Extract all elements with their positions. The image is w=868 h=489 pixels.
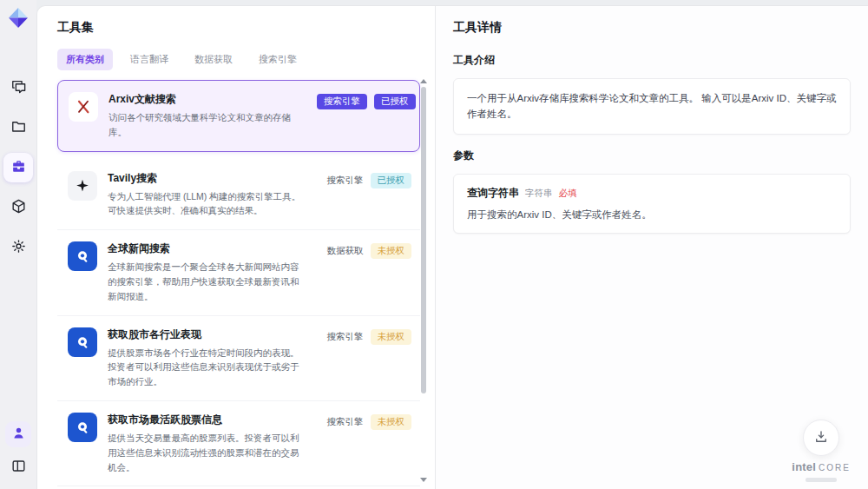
panel-toggle-icon (10, 458, 27, 478)
intro-heading: 工具介绍 (453, 53, 851, 68)
sidebar-item-panel-toggle[interactable] (5, 454, 31, 480)
sidebar-item-chat[interactable] (3, 73, 33, 102)
sidebar (0, 0, 36, 489)
tool-detail-panel: 工具详情 工具介绍 一个用于从Arxiv存储库搜索科学论文和文章的工具。 输入可… (435, 6, 868, 489)
app-window: 工具集 所有类别语言翻译数据获取搜索引擎 Arxiv文献搜索访问各个研究领域大量… (0, 0, 868, 489)
cube-icon (10, 198, 27, 218)
intel-wordmark: intel (792, 460, 816, 473)
category-tab-0[interactable]: 所有类别 (57, 49, 113, 70)
sidebar-item-toolbox[interactable] (3, 153, 33, 182)
tool-description: 提供当天交易量最高的股票列表。投资者可以利用这些信息来识别流动性强的股票和潜在的… (108, 431, 306, 474)
sidebar-item-folder[interactable] (3, 113, 33, 142)
status-badge: 未授权 (371, 414, 412, 430)
tool-description: 访问各个研究领域大量科学论文和文章的存储库。 (108, 110, 306, 140)
sparkle-icon (68, 171, 97, 201)
tool-description: 专为人工智能代理 (LLM) 构建的搜索引擎工具。可快速提供实时、准确和真实的结… (108, 189, 306, 219)
tool-description: 提供股票市场各个行业在特定时间段内的表现。投资者可以利用这些信息来识别表现优于或… (108, 346, 306, 389)
tool-name: 全球新闻搜索 (108, 241, 306, 256)
category-label: 数据获取 (327, 243, 364, 259)
tool-name: 获取市场最活跃股票信息 (108, 413, 306, 427)
corner-widgets: intel CORE (792, 420, 851, 482)
tool-list-item-1[interactable]: Tavily搜索专为人工智能代理 (LLM) 构建的搜索引擎工具。可快速提供实时… (57, 160, 420, 231)
intro-text: 一个用于从Arxiv存储库搜索科学论文和文章的工具。 输入可以是Arxiv ID… (467, 90, 837, 122)
param-header: 查询字符串 字符串 必填 (467, 186, 837, 201)
tool-description: 全球新闻搜索是一个聚合全球各大新闻网站内容的搜索引擎，帮助用户快速获取全球最新资… (108, 260, 306, 303)
category-tab-1[interactable]: 语言翻译 (122, 49, 177, 70)
tool-list-item-0[interactable]: Arxiv文献搜索访问各个研究领域大量科学论文和文章的存储库。搜索引擎已授权 (57, 80, 420, 152)
tool-list-item-4[interactable]: 获取市场最活跃股票信息提供当天交易量最高的股票列表。投资者可以利用这些信息来识别… (57, 401, 420, 486)
quant-blue-icon (68, 327, 97, 357)
sidebar-bottom (5, 421, 31, 480)
status-badge: 已授权 (371, 173, 412, 188)
toolbox-icon (10, 158, 27, 178)
tool-name: Arxiv文献搜索 (108, 92, 306, 107)
category-label: 搜索引擎 (327, 329, 364, 345)
param-description: 用于搜索的Arxiv ID、关键字或作者姓名。 (467, 208, 837, 221)
category-badge: 搜索引擎 (317, 94, 367, 109)
category-tabs: 所有类别语言翻译数据获取搜索引擎 (57, 49, 435, 70)
folder-icon (10, 118, 27, 138)
sidebar-item-settings-gear[interactable] (3, 233, 33, 262)
gem-logo-icon (7, 7, 30, 33)
quant-blue-icon (68, 413, 97, 442)
param-name: 查询字符串 (467, 186, 519, 201)
detail-title: 工具详情 (453, 20, 851, 36)
tool-name: Tavily搜索 (108, 171, 306, 186)
status-badge: 未授权 (371, 329, 412, 345)
status-badge: 已授权 (374, 94, 416, 109)
arxiv-logo-icon (69, 92, 98, 122)
sidebar-item-cube[interactable] (3, 193, 33, 222)
core-wordmark: CORE (819, 463, 851, 472)
download-button[interactable] (803, 420, 839, 456)
sidebar-item-user[interactable] (5, 421, 31, 447)
settings-gear-icon (10, 238, 27, 258)
scroll-down-icon[interactable] (420, 478, 427, 482)
category-label: 搜索引擎 (327, 173, 364, 188)
download-icon (813, 429, 829, 447)
chat-icon (10, 78, 27, 98)
category-tab-3[interactable]: 搜索引擎 (250, 49, 306, 70)
sidebar-nav (3, 73, 33, 262)
intel-core-logo: intel CORE (792, 460, 851, 473)
list-scrollbar[interactable] (420, 79, 427, 482)
main-content: 工具集 所有类别语言翻译数据获取搜索引擎 Arxiv文献搜索访问各个研究领域大量… (36, 5, 868, 489)
param-box: 查询字符串 字符串 必填 用于搜索的Arxiv ID、关键字或作者姓名。 (453, 174, 851, 234)
intro-box: 一个用于从Arxiv存储库搜索科学论文和文章的工具。 输入可以是Arxiv ID… (453, 78, 851, 135)
page-title: 工具集 (57, 20, 435, 36)
tool-name: 获取股市各行业表现 (108, 327, 306, 342)
quant-blue-icon (68, 241, 97, 271)
user-icon (10, 425, 27, 445)
brand-subtext-bar (806, 478, 837, 482)
tool-list-item-3[interactable]: 获取股市各行业表现提供股票市场各个行业在特定时间段内的表现。投资者可以利用这些信… (57, 316, 420, 401)
app-logo[interactable] (5, 7, 31, 33)
tool-list-item-2[interactable]: 全球新闻搜索全球新闻搜索是一个聚合全球各大新闻网站内容的搜索引擎，帮助用户快速获… (57, 230, 420, 315)
param-type: 字符串 (525, 188, 553, 200)
category-tab-2[interactable]: 数据获取 (186, 49, 241, 70)
param-required-badge: 必填 (559, 188, 577, 200)
status-badge: 未授权 (371, 243, 412, 259)
category-label: 搜索引擎 (327, 414, 364, 430)
tool-list-panel: 工具集 所有类别语言翻译数据获取搜索引擎 Arxiv文献搜索访问各个研究领域大量… (37, 6, 435, 489)
scroll-up-icon[interactable] (420, 79, 427, 83)
tool-list: Arxiv文献搜索访问各个研究领域大量科学论文和文章的存储库。搜索引擎已授权Ta… (57, 80, 420, 489)
params-heading: 参数 (453, 149, 851, 163)
scrollbar-thumb[interactable] (421, 87, 426, 393)
